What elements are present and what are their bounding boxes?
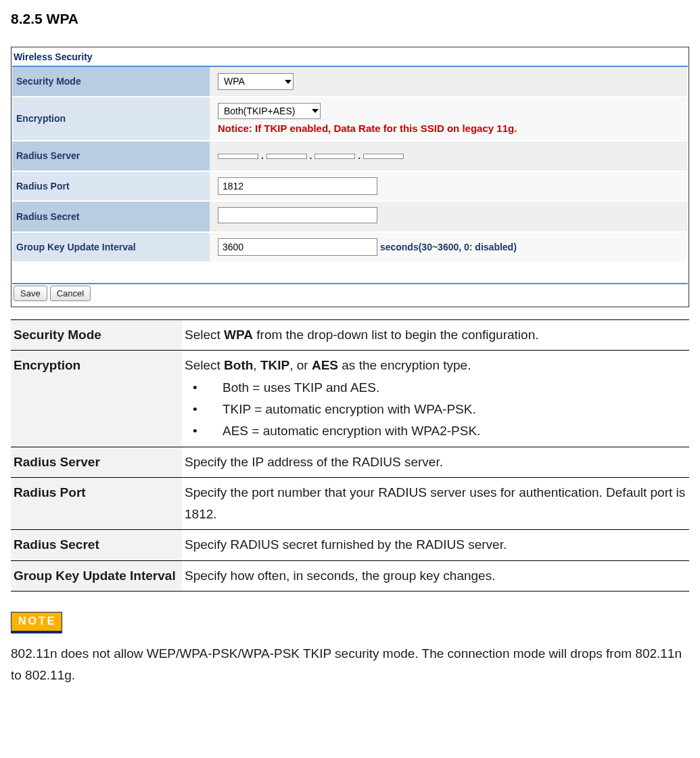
desc-radius-port-text: Specify the port number that your RADIUS… bbox=[182, 477, 689, 530]
description-table: Security Mode Select WPA from the drop-d… bbox=[11, 319, 689, 592]
dot-separator: . bbox=[261, 150, 266, 161]
desc-radius-port-label: Radius Port bbox=[11, 477, 182, 530]
desc-radius-server-label: Radius Server bbox=[11, 447, 182, 477]
radius-server-octet-3[interactable] bbox=[314, 154, 355, 159]
desc-radius-secret-label: Radius Secret bbox=[11, 530, 182, 560]
desc-encryption-label: Encryption bbox=[11, 351, 182, 447]
section-title-text: WPA bbox=[47, 11, 78, 26]
save-button[interactable]: Save bbox=[14, 286, 47, 301]
encryption-select[interactable]: Both(TKIP+AES) bbox=[218, 103, 321, 119]
gkui-label: Group Key Update Interval bbox=[12, 232, 210, 262]
security-mode-label: Security Mode bbox=[12, 67, 210, 96]
cancel-button[interactable]: Cancel bbox=[50, 286, 91, 301]
chevron-down-icon bbox=[285, 80, 291, 84]
section-number: 8.2.5 bbox=[11, 11, 43, 26]
encryption-value: Both(TKIP+AES) bbox=[224, 105, 295, 117]
security-mode-select[interactable]: WPA bbox=[218, 73, 294, 89]
desc-gkui-text: Specify how often, in seconds, the group… bbox=[182, 560, 689, 591]
desc-gkui-label: Group Key Update Interval bbox=[11, 560, 182, 591]
dot-separator: . bbox=[310, 150, 315, 161]
chevron-down-icon bbox=[312, 109, 319, 113]
radius-server-octet-4[interactable] bbox=[363, 154, 404, 159]
desc-radius-server-text: Specify the IP address of the RADIUS ser… bbox=[182, 447, 689, 477]
desc-security-mode-label: Security Mode bbox=[11, 320, 182, 351]
desc-encryption-text: Select Both, TKIP, or AES as the encrypt… bbox=[182, 351, 689, 447]
config-screenshot: Wireless Security Security Mode WPA Encr… bbox=[11, 47, 689, 307]
radius-server-octet-1[interactable] bbox=[218, 154, 258, 159]
radius-server-label: Radius Server bbox=[12, 141, 210, 171]
panel-header: Wireless Security bbox=[12, 48, 688, 67]
encryption-label: Encryption bbox=[12, 97, 210, 141]
encryption-notice: Notice: If TKIP enabled, Data Rate for t… bbox=[218, 122, 684, 135]
gkui-suffix: seconds(30~3600, 0: disabled) bbox=[380, 242, 517, 252]
note-text: 802.11n does not allow WEP/WPA-PSK/WPA-P… bbox=[11, 643, 689, 687]
note-badge: NOTE bbox=[11, 612, 62, 633]
radius-port-input[interactable]: 1812 bbox=[218, 177, 377, 195]
radius-secret-input[interactable] bbox=[218, 207, 377, 223]
section-heading: 8.2.5 WPA bbox=[11, 9, 689, 28]
gkui-input[interactable]: 3600 bbox=[218, 238, 377, 256]
desc-security-mode-text: Select WPA from the drop-down list to be… bbox=[182, 320, 689, 351]
radius-port-label: Radius Port bbox=[12, 171, 210, 201]
desc-radius-secret-text: Specify RADIUS secret furnished by the R… bbox=[182, 530, 689, 560]
dot-separator: . bbox=[358, 150, 363, 161]
radius-secret-label: Radius Secret bbox=[12, 201, 210, 232]
security-mode-value: WPA bbox=[224, 75, 245, 87]
radius-server-octet-2[interactable] bbox=[266, 154, 307, 159]
